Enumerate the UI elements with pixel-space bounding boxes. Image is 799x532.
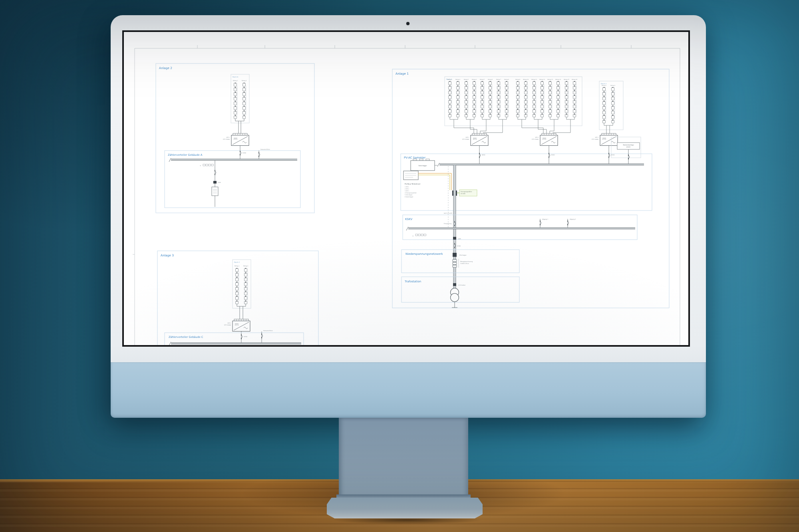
anlage-1-title: Anlage 1 bbox=[396, 72, 409, 75]
string-label: String 13 bbox=[547, 79, 553, 80]
photo-scene: Anlage 2 Dach A String 1 String 2 WR 1 bbox=[0, 0, 799, 532]
regulator-label: EZA-Regler bbox=[459, 254, 467, 256]
bus-section-marks bbox=[415, 234, 426, 236]
lv-title: Niederspannungsnetzwerk bbox=[405, 252, 443, 256]
string-label: String 2 bbox=[242, 80, 247, 81]
lv-network-section: Niederspannungsnetzwerk EZA-Regler Überg… bbox=[401, 250, 519, 273]
pv-string-chain bbox=[234, 83, 238, 119]
fuse-label-2: 3×NH2 250 A bbox=[460, 263, 469, 264]
breaker-label: NH00 bbox=[482, 154, 485, 156]
pv-string-chain bbox=[243, 83, 246, 119]
pv-string-chain bbox=[489, 81, 493, 117]
string-label: String 1 bbox=[602, 85, 606, 86]
anlage-1-region: Anlage 1 Dach 1 String 1 String 2 String… bbox=[392, 69, 669, 308]
inverter-name: WR 2 bbox=[535, 137, 539, 138]
meter-label: kWh bbox=[218, 182, 221, 183]
pv-string-chain bbox=[473, 81, 477, 117]
pv-string-chain bbox=[497, 81, 501, 117]
breaker-symbol bbox=[608, 153, 610, 158]
bus-marks: ≈ bbox=[412, 235, 413, 237]
pv-string-chain bbox=[549, 81, 553, 117]
cad-canvas[interactable]: Anlage 2 Dach A String 1 String 2 WR 1 bbox=[124, 32, 688, 345]
pv-string-chain bbox=[505, 81, 509, 117]
string-label: String 6 bbox=[488, 79, 493, 80]
trafo-section: Trafostation LS-Schalter bbox=[401, 277, 519, 308]
legend-item: 2 WR 2 bbox=[405, 188, 409, 190]
inverter-model: STP 25000 bbox=[223, 139, 230, 140]
regulator-symbol bbox=[453, 253, 457, 257]
imac-body: Anlage 2 Dach A String 1 String 2 WR 1 bbox=[111, 15, 706, 418]
legend-item: 1 WR 1 bbox=[405, 186, 409, 188]
pv-string-chain bbox=[541, 81, 545, 117]
pv-string-chain bbox=[612, 87, 615, 123]
outgoing-label: Abgang 2 bbox=[570, 218, 576, 220]
inverter-model: STP 25000 bbox=[462, 139, 469, 140]
busbar bbox=[408, 228, 635, 229]
anlage-2-board: Zählerverteiler Gebäude A Hausanschluss … bbox=[165, 149, 300, 208]
string-label: String 15 bbox=[564, 79, 569, 80]
imac-stand-foot bbox=[327, 498, 483, 518]
string-label: String 3 bbox=[464, 79, 469, 80]
transfer-fuse-group: Übergabesicherung 3×NH2 250 A bbox=[453, 259, 473, 268]
breaker-label: NH00 bbox=[551, 154, 555, 156]
outgoing-label: Abgang 1 bbox=[542, 218, 548, 220]
breaker-label: NH00 bbox=[242, 152, 246, 154]
breaker-symbol bbox=[628, 154, 629, 160]
inverter-name: WR 1 bbox=[227, 137, 230, 138]
inverter-symbol bbox=[231, 133, 249, 146]
string-label: String 9 bbox=[515, 79, 520, 80]
roof-label: Dach C bbox=[234, 261, 240, 263]
string-label: String 16 bbox=[572, 79, 577, 80]
string-label: String 2 bbox=[243, 265, 248, 267]
meter-symbol bbox=[453, 237, 456, 240]
bus-section-marks bbox=[203, 164, 214, 166]
inverter-model: STP 25000 bbox=[532, 139, 539, 140]
ls-switch-label: LS-Schalter bbox=[458, 284, 466, 286]
pv-string-chain bbox=[465, 81, 469, 117]
breaker-label: NH00 bbox=[457, 245, 461, 247]
inverter-symbol bbox=[471, 133, 488, 146]
anlage-2-region: Anlage 2 Dach A String 1 String 2 WR 1 bbox=[156, 64, 314, 213]
legend-item: 5 EZA-Regler bbox=[405, 194, 413, 196]
meter-label: kWh bbox=[458, 238, 461, 240]
pv-string-chain bbox=[449, 81, 452, 117]
breaker-label: NH00 bbox=[244, 336, 247, 337]
legend-item: 3 WR 3 bbox=[405, 190, 409, 192]
inverter-symbol bbox=[540, 133, 558, 146]
string-label: String 1 bbox=[233, 80, 238, 81]
meter-symbol bbox=[213, 181, 217, 184]
string-label: String 11 bbox=[531, 79, 537, 80]
pv-string-chain bbox=[525, 81, 528, 117]
busbar bbox=[171, 159, 297, 161]
pv-string-chain bbox=[557, 81, 560, 117]
imac-stand-neck bbox=[339, 418, 468, 498]
anlage-3-region: Anlage 3 Dach C String 1 String 2 WR 1 S… bbox=[157, 251, 318, 345]
imac-chin bbox=[111, 362, 706, 418]
string-label: String 12 bbox=[539, 79, 545, 80]
anlage-2-roof-box: Dach A String 1 String 2 bbox=[231, 74, 249, 123]
feed-label: Hausanschluss bbox=[260, 149, 270, 150]
pv-string-chain bbox=[603, 87, 606, 123]
busbar bbox=[171, 343, 301, 344]
breaker-symbol bbox=[567, 220, 568, 226]
pv-string-chain bbox=[565, 81, 569, 117]
pv-string-chain bbox=[573, 81, 577, 117]
transformer-symbol bbox=[451, 294, 459, 302]
inverter-name: WR 1 bbox=[466, 137, 469, 138]
trafo-title: Trafostation bbox=[404, 280, 421, 283]
string-label: String 14 bbox=[555, 79, 561, 80]
kskv-title: KSKV bbox=[405, 218, 413, 221]
string-label: String 1 bbox=[235, 265, 240, 267]
breaker-symbol bbox=[215, 170, 216, 175]
gen-meter-label-2: Z2 kWh bbox=[461, 193, 465, 195]
pv-string-chain bbox=[244, 268, 248, 304]
breaker-symbol bbox=[540, 220, 541, 226]
pv-string-chain bbox=[533, 81, 537, 117]
meter-cabinet bbox=[212, 187, 218, 196]
board-title: Zählerverteiler Gebäude A bbox=[168, 153, 203, 157]
main-feeder bbox=[453, 165, 456, 290]
breaker-symbol bbox=[241, 334, 242, 339]
legend-item: 6 Datenlogger bbox=[405, 196, 413, 198]
comm-wire-orange bbox=[418, 173, 451, 190]
inverter-symbol bbox=[600, 133, 618, 146]
